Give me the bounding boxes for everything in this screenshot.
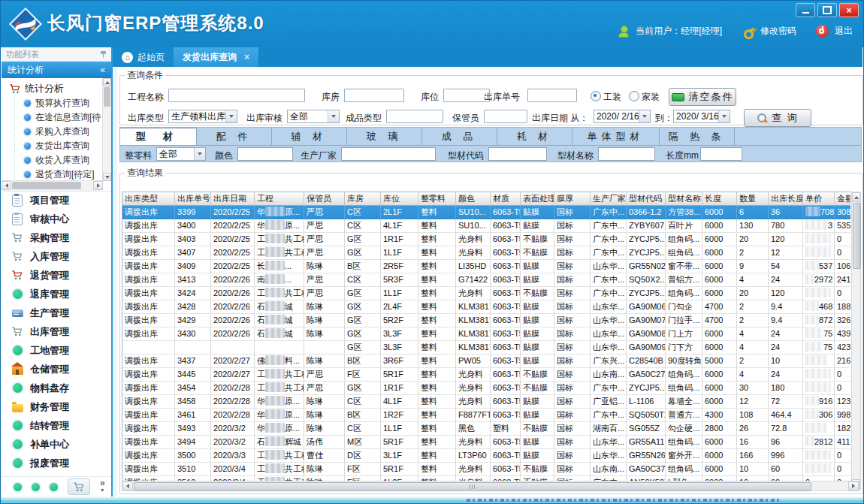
table-row[interactable]: 调拨出库34282020/2/26石城陈琳G区2L4F整料KLM38176063…	[122, 300, 850, 314]
table-hscroll-thumb[interactable]	[134, 482, 811, 491]
tree-item[interactable]: 预算执行查询	[2, 96, 103, 110]
keeper-input[interactable]	[484, 110, 527, 123]
scroll-down-icon[interactable]	[103, 173, 111, 181]
table-row[interactable]: 调拨出库34132020/2/26南...严思C区5R3F整料G71422606…	[122, 273, 850, 287]
clear-conditions-button[interactable]: 清空条件	[669, 88, 736, 106]
column-header[interactable]: 出库单号	[175, 192, 211, 206]
maker-input[interactable]	[341, 147, 436, 161]
table-row[interactable]: 调拨出库34072020/2/25工共工程严思G区1L1F整料光身料6063-T…	[122, 246, 850, 260]
tree-vscroll-thumb[interactable]	[104, 87, 110, 107]
table-horizontal-scrollbar[interactable]	[122, 481, 859, 491]
sidebar-section-header[interactable]: 统计分析 «	[2, 62, 111, 78]
column-header[interactable]: 生产厂家	[591, 192, 627, 206]
out-type-select[interactable]: 生产领料出库	[168, 110, 237, 123]
sidebar-item-production[interactable]: 生产管理	[2, 303, 111, 322]
location-input[interactable]	[443, 89, 490, 102]
table-row[interactable]: 调拨出库33992020/2/25华原...严思C区2L1F整料SU10...6…	[122, 206, 850, 219]
sidebar-item-returns[interactable]: 退货管理	[2, 266, 111, 285]
tree-item[interactable]: 采购入库查询	[2, 125, 103, 139]
tree-root[interactable]: 统计分析	[2, 81, 103, 96]
collapse-icon[interactable]: «	[100, 65, 105, 75]
table-row[interactable]: 调拨出库34582020/2/28华原...陈琳C区4L1F整料光身料6063-…	[122, 395, 850, 409]
change-password-link[interactable]: 修改密码	[760, 25, 796, 38]
tab-overflow-icon[interactable]	[852, 55, 856, 60]
project-name-input[interactable]	[168, 89, 305, 102]
table-row[interactable]: 调拨出库34932020/3/2华原...陈琳C区1L1F整料黑色塑料不贴膜国标…	[122, 422, 850, 436]
column-header[interactable]: 材质	[491, 192, 521, 206]
column-header[interactable]: 表面处理	[521, 192, 554, 206]
tree-item[interactable]: 收货入库查询	[2, 153, 103, 167]
tree-vertical-scrollbar[interactable]	[102, 78, 111, 181]
table-row[interactable]: 调拨出库34452020/2/27工共工程严思F区5R1F整料光身料6063-T…	[122, 368, 850, 382]
sidebar-item-warehouse[interactable]: 仓储管理	[2, 360, 111, 379]
tree-item[interactable]: 在途信息查询[待	[2, 110, 103, 125]
column-header[interactable]: 出库长度	[769, 192, 803, 206]
table-vertical-scrollbar[interactable]	[851, 192, 861, 490]
table-row[interactable]: 调拨出库35002020/3/3工共工程曹佳D区3L1F整料LT3P606063…	[122, 449, 850, 463]
sidebar-item-inventory[interactable]: 物料盘存	[2, 379, 111, 397]
table-row[interactable]: 调拨出库34612020/2/28华原...陈琳B区1R2F整料F8877FT6…	[122, 409, 850, 422]
tree-horizontal-scrollbar[interactable]	[2, 180, 103, 191]
table-row[interactable]: 调拨出库34092020/2/25长...陈琳B区2R5F整料LI35HD606…	[122, 260, 850, 273]
material-tab-0[interactable]: 型 材	[120, 128, 197, 145]
tab-close-icon[interactable]: ×	[244, 52, 249, 62]
scroll-up-icon[interactable]	[852, 192, 860, 202]
column-header[interactable]: 库房	[345, 192, 381, 206]
column-header[interactable]: 出库类型	[122, 192, 175, 206]
material-tab-6[interactable]: 单体型材	[572, 128, 660, 145]
tree-hscroll-thumb[interactable]	[12, 182, 81, 189]
sidebar-item-finance[interactable]: 财务管理	[2, 397, 111, 416]
order-no-input[interactable]	[527, 89, 577, 102]
table-row[interactable]: 调拨出库34942020/3/2石辉城汤伟M区5R1F整料光身料6063-T5贴…	[122, 436, 850, 449]
column-header[interactable]: 颜色	[456, 192, 491, 206]
column-header[interactable]: 出库日期	[211, 192, 255, 206]
date-to-select[interactable]: 2020/ 3/16	[673, 110, 730, 123]
pin-icon[interactable]	[100, 50, 107, 59]
maximize-button[interactable]	[817, 3, 837, 17]
table-vscroll-thumb[interactable]	[853, 203, 861, 269]
column-header[interactable]: 金额	[835, 192, 850, 206]
column-header[interactable]: 保管员	[304, 192, 345, 206]
table-row[interactable]: 调拨出库34302020/2/26石城陈琳G区3L3F整料KLM38176063…	[122, 327, 850, 341]
table-row[interactable]: G区3L3F整料KLM38176063-T5贴膜国标山东华...GA90M09.…	[122, 341, 850, 355]
table-row[interactable]: 调拨出库34542020/2/28工共工程严思G区1R1F整料光身料6063-T…	[122, 382, 850, 395]
radio-gongzhuang[interactable]	[591, 91, 601, 101]
column-header[interactable]: 长度	[702, 192, 737, 206]
scroll-left-icon[interactable]	[2, 181, 11, 190]
table-row[interactable]: 调拨出库34242020/2/26工共工程严思G区1L1F整料光身料6063-T…	[122, 287, 850, 300]
sidebar-item-project[interactable]: 项目管理	[2, 191, 111, 210]
search-button[interactable]: 查 询	[744, 109, 811, 127]
product-type-input[interactable]	[386, 110, 443, 123]
sidebar-item-purchase[interactable]: 采购管理	[2, 228, 111, 247]
close-button[interactable]: ×	[839, 3, 859, 17]
column-header[interactable]: 工程	[255, 192, 304, 206]
table-row[interactable]: 调拨出库34032020/2/25工共工程严思G区1R1F整料光身料6063-T…	[122, 233, 850, 246]
column-header[interactable]: 型材名称	[666, 192, 702, 206]
column-header[interactable]: 型材代码	[627, 192, 666, 206]
profile-code-input[interactable]	[488, 147, 547, 161]
tab-home[interactable]: ⌂ 起始页	[113, 47, 174, 67]
material-tab-3[interactable]: 玻 璃	[347, 128, 422, 145]
profile-name-input[interactable]	[598, 147, 655, 161]
column-header[interactable]: 整零料	[418, 192, 456, 206]
table-row[interactable]: 调拨出库35102020/3/4工共工程陈琳F区5R1F整料光身料6063-T5…	[122, 463, 850, 476]
sidebar-item-outbound[interactable]: 出库管理	[2, 322, 111, 341]
date-from-select[interactable]: 2020/ 2/16	[594, 110, 651, 123]
sidebar-item-carryover[interactable]: 结转管理	[2, 416, 111, 435]
table-row[interactable]: 调拨出库34372020/2/27佛料...陈琳B区3R6F整料PW056063…	[122, 355, 850, 368]
minimize-button[interactable]	[796, 3, 815, 17]
sidebar-item-scrap[interactable]: 报废管理	[2, 454, 111, 472]
column-header[interactable]: 单价	[803, 192, 835, 206]
circle-icon[interactable]	[32, 483, 40, 491]
material-tab-7[interactable]: 隔 热 条	[660, 128, 735, 145]
column-header[interactable]: 库位	[381, 192, 418, 206]
material-tab-4[interactable]: 成 品	[422, 128, 497, 145]
tree-item[interactable]: 发货出库查询	[2, 139, 103, 153]
table-row[interactable]: 调拨出库34002020/2/25华原...严思C区4L1F整料SU10...6…	[122, 219, 850, 233]
circle-icon[interactable]	[14, 483, 22, 491]
scroll-right-icon[interactable]	[848, 481, 859, 490]
table-row[interactable]: 调拨出库34292020/2/26石城陈琳G区5R2F整料KLM38176063…	[122, 314, 850, 327]
material-tab-1[interactable]: 配 件	[197, 128, 272, 145]
material-tab-2[interactable]: 辅 材	[272, 128, 347, 145]
sidebar-item-audit[interactable]: 审核中心	[2, 210, 111, 228]
